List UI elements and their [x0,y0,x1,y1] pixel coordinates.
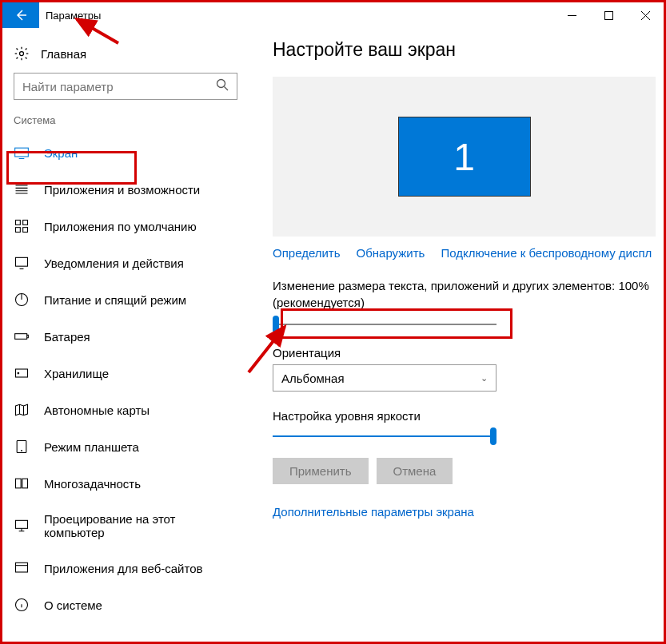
detect-link[interactable]: Обнаружить [357,246,425,260]
svg-rect-6 [16,228,21,233]
category-label: Система [2,114,249,134]
sidebar-item-power[interactable]: Питание и спящий режим [2,281,249,318]
sidebar-item-storage[interactable]: Хранилище [2,355,249,392]
svg-rect-4 [16,221,21,225]
home-button[interactable]: Главная [2,39,249,73]
sidebar-item-maps[interactable]: Автономные карты [2,392,249,428]
sidebar-item-label: Автономные карты [44,403,150,417]
sidebar-item-battery[interactable]: Батарея [2,318,249,355]
svg-rect-0 [604,11,612,19]
display-icon [14,145,30,161]
svg-rect-8 [16,257,28,266]
projecting-icon [14,518,30,534]
sidebar-item-label: Многозадачность [44,477,141,491]
main-content: Настройте ваш экран 1 Определить Обнаруж… [249,28,664,642]
monitor-preview[interactable]: 1 [273,77,656,237]
search-icon [216,78,229,94]
orientation-label: Ориентация [273,346,656,360]
default-apps-icon [14,218,30,234]
sidebar-item-label: Питание и спящий режим [44,293,186,307]
minimize-button[interactable] [553,2,590,28]
sidebar-item-label: Батарея [44,330,90,344]
wireless-link[interactable]: Подключение к беспроводному диспл [441,246,652,260]
multitask-icon [14,475,30,491]
svg-point-12 [18,372,19,374]
maps-icon [14,402,30,418]
svg-rect-16 [22,479,28,488]
sidebar-item-multitask[interactable]: Многозадачность [2,465,249,502]
identify-link[interactable]: Определить [273,246,341,260]
search-field[interactable] [22,80,216,93]
svg-rect-7 [23,228,28,233]
sidebar-item-tablet[interactable]: Режим планшета [2,428,249,465]
notifications-icon [14,255,30,271]
storage-icon [14,365,30,381]
sidebar-item-apps[interactable]: Приложения и возможности [2,171,249,208]
orientation-value: Альбомная [281,372,345,385]
sidebar-item-label: Приложения для веб-сайтов [44,562,203,575]
sidebar-item-projecting[interactable]: Проецирование на этот компьютер [2,502,249,550]
sidebar-item-label: Экран [44,146,78,160]
sidebar-item-display[interactable]: Экран [2,134,249,171]
battery-icon [14,328,30,344]
sidebar-item-label: Хранилище [44,367,109,380]
apps-icon [14,181,30,197]
maximize-button[interactable] [590,2,627,28]
svg-point-1 [20,52,24,56]
about-icon [14,597,30,613]
chevron-down-icon: ⌄ [481,373,488,384]
sidebar-item-label: Приложения и возможности [44,183,200,197]
brightness-label: Настройка уровня яркости [273,409,656,423]
svg-rect-18 [16,563,28,572]
svg-rect-15 [16,479,22,488]
brightness-slider[interactable] [273,427,497,445]
back-button[interactable] [2,2,39,28]
svg-point-14 [22,451,22,451]
cancel-button[interactable]: Отмена [377,458,453,484]
web-apps-icon [14,560,30,576]
search-input[interactable] [14,73,237,100]
svg-point-2 [217,80,225,88]
window-title: Параметры [39,2,553,28]
sidebar-item-about[interactable]: О системе [2,586,249,623]
sidebar-item-label: Проецирование на этот компьютер [44,512,237,539]
scale-label: Изменение размера текста, приложений и д… [273,277,656,311]
svg-rect-17 [16,520,28,528]
svg-rect-3 [15,148,29,157]
tablet-icon [14,439,30,455]
sidebar-item-label: О системе [44,598,102,612]
power-icon [14,292,30,308]
advanced-link[interactable]: Дополнительные параметры экрана [273,505,656,519]
svg-rect-10 [15,334,27,340]
sidebar: Главная Система Экран Приложения и возмо… [2,28,249,642]
sidebar-item-label: Режим планшета [44,440,139,454]
monitor-1[interactable]: 1 [398,117,531,197]
sidebar-item-label: Приложения по умолчанию [44,220,197,233]
svg-rect-5 [23,221,28,225]
sidebar-item-web-apps[interactable]: Приложения для веб-сайтов [2,550,249,586]
sidebar-item-label: Уведомления и действия [44,256,184,270]
sidebar-item-default-apps[interactable]: Приложения по умолчанию [2,208,249,244]
sidebar-item-notifications[interactable]: Уведомления и действия [2,244,249,281]
apply-button[interactable]: Применить [273,458,369,484]
scale-slider[interactable] [273,316,497,333]
page-title: Настройте ваш экран [273,39,656,61]
close-button[interactable] [627,2,664,28]
orientation-dropdown[interactable]: Альбомная ⌄ [273,364,497,392]
gear-icon [14,46,30,62]
home-label: Главная [41,47,86,61]
